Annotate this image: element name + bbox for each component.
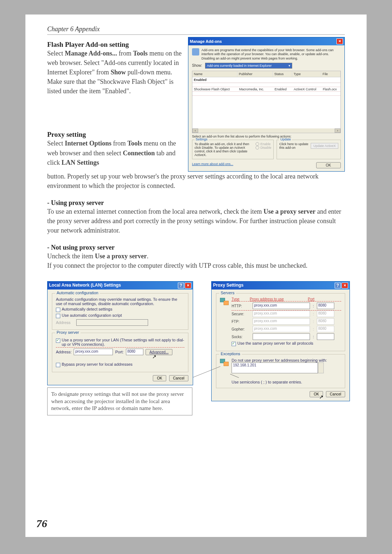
cancel-button[interactable]: Cancel	[169, 375, 188, 381]
close-icon[interactable]: ✕	[185, 283, 191, 288]
enable-radio[interactable]: Enable	[256, 142, 271, 146]
proxy-settings-dialog: Proxy Settings ? ✕ Servers Type	[211, 281, 350, 401]
proxy-body-end: button. Properly set up your web browser…	[47, 172, 345, 190]
http-row[interactable]: HTTP: proxy.xxx.com: 8080	[232, 303, 341, 309]
dialog-title: Manage Add-ons	[190, 39, 222, 44]
dialog-titlebar[interactable]: Proxy Settings ? ✕	[212, 282, 350, 290]
same-proxy-checkbox[interactable]: Use the same proxy server for all protoc…	[232, 341, 341, 346]
server-icon	[220, 297, 229, 306]
cancel-button[interactable]: Cancel	[326, 391, 345, 397]
addons-table: Name Publisher Status Type File Enabled …	[192, 71, 341, 133]
gopher-row: Gopher: proxy.xxx.com: 8080	[232, 326, 341, 332]
not-using-proxy-body: Uncheck the item Use a proxy server. If …	[47, 251, 345, 270]
group-enabled: Enabled	[192, 77, 340, 83]
proxy-server-group: Proxy server Use a proxy server for your…	[52, 333, 188, 372]
auto-detect-checkbox[interactable]: Automatically detect settings	[56, 307, 184, 312]
puzzle-icon	[192, 48, 199, 56]
page-number: 76	[36, 517, 47, 530]
using-proxy-title: - Using proxy server	[47, 199, 345, 207]
exceptions-input[interactable]: 192.168.1.201	[232, 362, 318, 373]
http-port-input[interactable]: 8080	[317, 303, 334, 309]
dialog-titlebar[interactable]: Manage Add-ons ✕	[188, 37, 344, 45]
scroll-right-icon[interactable]: ›	[335, 128, 340, 133]
table-row[interactable]	[192, 91, 340, 96]
chevron-down-icon: ▾	[289, 64, 290, 67]
use-proxy-checkbox[interactable]: Use a proxy server for your LAN (These s…	[56, 338, 184, 348]
update-activex-button[interactable]: Update ActiveX	[311, 143, 338, 149]
help-icon[interactable]: ?	[178, 283, 184, 288]
not-using-proxy-title: - Not using proxy server	[47, 244, 345, 251]
auto-config-group: Automatic configuration Automatic config…	[52, 293, 188, 330]
learn-more-link[interactable]: Learn more about add-ons...	[192, 162, 233, 168]
exceptions-group: Exceptions Do not use proxy server for a…	[216, 354, 345, 388]
proxy-port-input[interactable]: 8080	[126, 349, 143, 355]
dialog-titlebar[interactable]: Local Area Network (LAN) Settings ? ✕	[48, 282, 193, 290]
flash-section-title: Flash Player Add-on setting	[47, 41, 183, 49]
socks-row[interactable]: Socks: :	[232, 333, 341, 340]
settings-panel: Settings To disable an add-on, click it …	[192, 140, 274, 159]
scroll-left-icon[interactable]: ‹	[192, 128, 198, 133]
help-icon[interactable]: ?	[335, 283, 341, 288]
proxy-body-start: Select Internet Options from Tools menu …	[47, 139, 183, 167]
secure-row: Secure: proxy.xxx.com: 8080	[232, 310, 341, 317]
cursor-icon	[152, 354, 156, 360]
close-icon[interactable]: ✕	[336, 38, 343, 44]
script-address-input	[76, 319, 148, 326]
manage-addons-dialog: Manage Add-ons ✕ Add-ons are programs th…	[188, 37, 345, 172]
use-script-checkbox[interactable]: Use automatic configuration script	[56, 313, 184, 318]
ok-button[interactable]: OK	[316, 162, 341, 168]
flash-body: Select Manage Add-ons... from Tools menu…	[47, 49, 183, 96]
caption-note: To designate proxy settings that will no…	[47, 387, 192, 415]
horizontal-scrollbar[interactable]: ‹ ›	[192, 128, 340, 133]
table-row[interactable]	[192, 83, 340, 87]
ftp-row: FTP: proxy.xxx.com: 8080	[232, 318, 341, 325]
cursor-icon	[319, 394, 323, 400]
callout-arrow-icon	[229, 373, 240, 379]
show-label: Show:	[192, 63, 205, 67]
bypass-checkbox[interactable]: Bypass proxy server for local addresses	[56, 362, 184, 367]
instruction-text: Select an add-on from the list above to …	[192, 135, 341, 138]
chapter-header: Chapter 6 Appendix	[47, 25, 345, 35]
ok-button[interactable]: OK	[310, 391, 323, 397]
servers-group: Servers Type Proxy address to use Port	[216, 293, 345, 351]
http-address-input[interactable]: proxy.xxx.com	[253, 303, 310, 309]
proxy-section-title: Proxy setting	[47, 131, 183, 139]
server-icon	[220, 358, 229, 367]
socks-port-input[interactable]	[317, 333, 334, 340]
lan-settings-dialog: Local Area Network (LAN) Settings ? ✕ Au…	[47, 281, 193, 385]
scrollbar[interactable]	[318, 362, 324, 373]
socks-address-input[interactable]	[253, 333, 310, 340]
update-panel: Update Click here to update this add-on …	[277, 140, 341, 159]
advanced-button[interactable]: Advanced...	[146, 349, 173, 355]
table-header[interactable]: Name Publisher Status Type File	[192, 71, 340, 77]
close-icon[interactable]: ✕	[342, 283, 348, 288]
table-row[interactable]: Shockwave Flash Object Macromedia, Inc. …	[192, 87, 340, 91]
show-dropdown[interactable]: Add-ons currently loaded in Internet Exp…	[205, 63, 292, 69]
proxy-address-input[interactable]: proxy.xxx.com	[74, 349, 113, 355]
disable-radio[interactable]: Disable	[256, 146, 271, 149]
addon-description: Add-ons are programs that extend the cap…	[201, 48, 341, 61]
using-proxy-body: To use an external internet connection f…	[47, 207, 345, 235]
ok-button[interactable]: OK	[153, 375, 166, 381]
